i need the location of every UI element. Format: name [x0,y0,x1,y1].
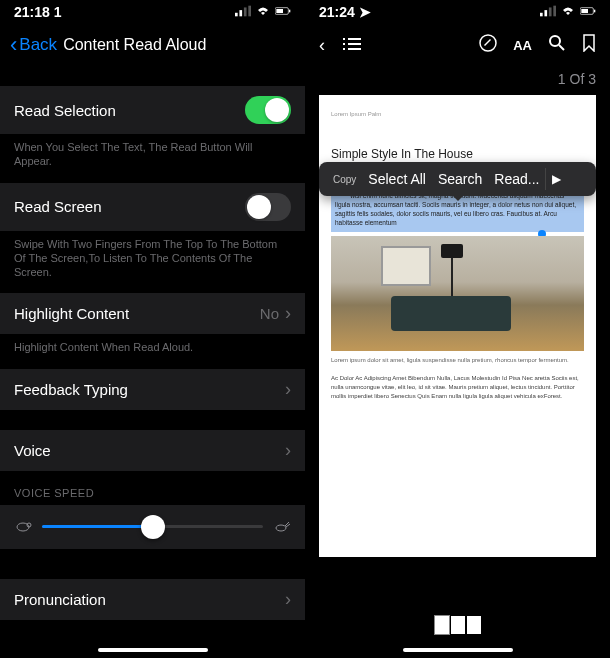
wifi-icon [255,4,271,20]
image-caption: Lorem ipsum dolor sit amet, ligula suspe… [331,357,584,365]
read-selection-label: Read Selection [14,102,116,119]
read-screen-description: Swipe With Two Fingers From The Top To T… [0,231,305,294]
svg-rect-13 [553,6,556,17]
text-context-menu: Copy Select All Search Read... ▶ [319,162,596,196]
svg-rect-3 [248,6,251,17]
signal-icon [235,4,251,20]
signal-icon [540,4,556,20]
feedback-typing-row[interactable]: Feedback Typing › [0,369,305,410]
home-indicator[interactable] [98,648,208,652]
reader-screen: 21:24 ➤ ‹ AA [305,0,610,658]
read-selection-row[interactable]: Read Selection [0,86,305,134]
thumbnail-page-2[interactable] [451,616,465,634]
voice-speed-slider-row [0,505,305,549]
voice-speed-slider[interactable] [42,525,263,528]
status-bar: 21:24 ➤ [305,0,610,24]
status-indicators [235,4,291,20]
status-time: 21:24 ➤ [319,4,371,20]
highlight-content-label: Highlight Content [14,305,129,322]
document-page[interactable]: Lorem Ipsum Palm Simple Style In The Hou… [319,95,596,557]
turtle-icon [14,519,32,535]
chevron-right-icon: › [285,303,291,324]
status-indicators [540,4,596,20]
read-screen-label: Read Screen [14,198,102,215]
feedback-typing-label: Feedback Typing [14,381,128,398]
svg-line-25 [559,45,564,50]
svg-rect-0 [235,13,238,17]
svg-rect-12 [549,7,552,16]
doc-header: Lorem Ipsum Palm [331,111,584,117]
back-button[interactable]: ‹ [319,35,325,56]
thumbnail-page-3[interactable] [467,616,481,634]
chevron-left-icon[interactable]: ‹ [10,32,17,58]
svg-rect-15 [581,9,588,13]
highlight-content-row[interactable]: Highlight Content No › [0,293,305,334]
svg-rect-6 [289,10,290,13]
doc-title: Simple Style In The House [331,147,584,161]
read-selection-description: When You Select The Text, The Read Butto… [0,134,305,183]
nav-header: ‹ Back Content Read Aloud [0,24,305,66]
page-thumbnails [305,610,610,640]
settings-screen: 21:18 1 ‹ Back Content Read Aloud Read S… [0,0,305,658]
rabbit-icon [273,519,291,535]
location-icon: ➤ [359,4,371,20]
pronunciation-label: Pronunciation [14,591,106,608]
thumbnail-page-1[interactable] [435,616,449,634]
select-all-menu-item[interactable]: Select All [362,171,432,187]
wifi-icon [560,4,576,20]
body-paragraph: Ac Dolor Ac Adipiscing Amet Bibendum Nul… [331,374,584,401]
search-icon[interactable] [548,34,566,57]
menu-more-icon[interactable]: ▶ [545,168,567,190]
svg-point-24 [550,36,560,46]
article-image [331,236,584,351]
svg-rect-10 [540,13,543,17]
read-menu-item[interactable]: Read... [488,171,545,187]
annotate-icon[interactable] [479,34,497,57]
svg-point-9 [276,525,286,531]
svg-rect-11 [544,10,547,16]
copy-menu-item[interactable]: Copy [327,174,362,185]
reader-toolbar: ‹ AA [305,24,610,67]
chevron-right-icon: › [285,379,291,400]
bookmark-icon[interactable] [582,34,596,57]
slider-thumb[interactable] [141,515,165,539]
highlight-description: Highlight Content When Read Aloud. [0,334,305,368]
settings-list: Read Selection When You Select The Text,… [0,86,305,620]
home-indicator[interactable] [403,648,513,652]
search-menu-item[interactable]: Search [432,171,488,187]
battery-icon [275,4,291,20]
pronunciation-row[interactable]: Pronunciation › [0,579,305,620]
voice-row[interactable]: Voice › [0,430,305,471]
contents-icon[interactable] [343,35,361,56]
page-title: Content Read Aloud [63,36,206,54]
svg-rect-16 [594,10,595,13]
svg-rect-1 [239,10,242,16]
svg-rect-5 [276,9,283,13]
read-screen-toggle[interactable] [245,193,291,221]
highlight-value: No [260,305,279,322]
read-selection-toggle[interactable] [245,96,291,124]
status-bar: 21:18 1 [0,0,305,24]
svg-rect-2 [244,7,247,16]
page-indicator: 1 Of 3 [305,67,610,95]
chevron-right-icon: › [285,589,291,610]
battery-icon [580,4,596,20]
voice-speed-header: VOICE SPEED [0,471,305,505]
text-size-icon[interactable]: AA [513,38,532,53]
chevron-right-icon: › [285,440,291,461]
status-time: 21:18 1 [14,4,61,20]
voice-label: Voice [14,442,51,459]
back-button[interactable]: Back [19,35,57,55]
read-screen-row[interactable]: Read Screen [0,183,305,231]
